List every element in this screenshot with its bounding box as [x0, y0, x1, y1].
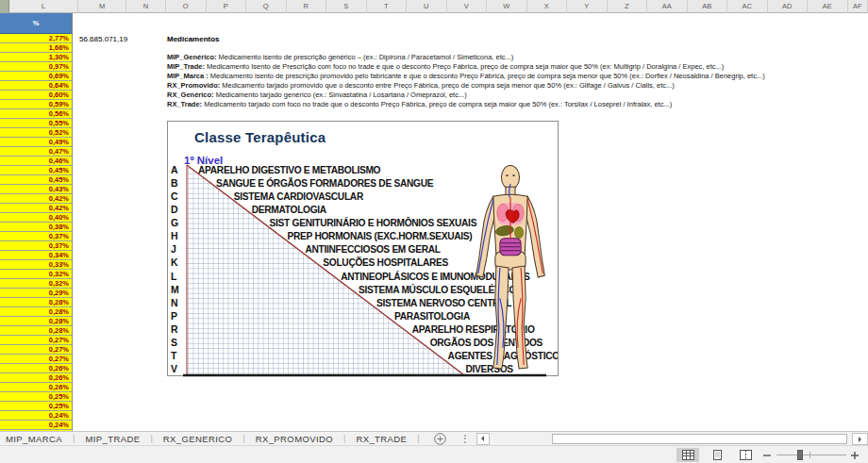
percent-cell[interactable]: 0,28%: [0, 307, 72, 317]
percent-cell[interactable]: 0,29%: [0, 289, 72, 298]
class-code-M: M: [171, 284, 179, 295]
percent-cell[interactable]: 0,97%: [0, 62, 72, 72]
percent-cell[interactable]: 0,46%: [0, 157, 72, 166]
percent-cell[interactable]: 0,25%: [0, 402, 72, 411]
column-header[interactable]: O: [166, 0, 207, 13]
percent-cell[interactable]: 0,34%: [0, 251, 72, 260]
percent-cell[interactable]: 0,27%: [0, 345, 72, 355]
percent-cell[interactable]: 0,25%: [0, 392, 72, 402]
percent-cell[interactable]: 0,28%: [0, 298, 72, 307]
percent-cell[interactable]: 0,40%: [0, 213, 72, 223]
percent-cell[interactable]: 0,43%: [0, 185, 72, 194]
column-header[interactable]: AF: [848, 0, 868, 13]
sheet-tab[interactable]: MIP_MARCA: [0, 432, 72, 446]
percent-cell[interactable]: 0,52%: [0, 128, 72, 138]
percent-cell[interactable]: 0,49%: [0, 138, 72, 147]
percent-cell[interactable]: 0,45%: [0, 175, 72, 185]
column-header[interactable]: P: [207, 0, 247, 13]
percent-cell[interactable]: 0,37%: [0, 232, 72, 241]
hscroll-thumb[interactable]: [552, 434, 847, 444]
percent-cell[interactable]: 0,26%: [0, 364, 72, 373]
percent-cell[interactable]: 0,24%: [0, 421, 72, 430]
percent-cell[interactable]: 0,32%: [0, 270, 72, 279]
percent-cell[interactable]: 0,47%: [0, 147, 72, 157]
classe-terapeutica-image[interactable]: Classe Terapêutica 1º Nível AAPARELHO DI…: [167, 121, 559, 376]
partial-column-header[interactable]: [0, 0, 9, 13]
percent-cell[interactable]: 0,42%: [0, 194, 72, 204]
zoom-out-button[interactable]: [760, 448, 774, 462]
column-header[interactable]: V: [447, 0, 488, 13]
zoom-slider-handle[interactable]: [797, 450, 803, 460]
percent-cell[interactable]: 0,42%: [0, 204, 72, 213]
definition-cell[interactable]: RX_Trade: Medicamento tarjado com foco n…: [167, 100, 865, 109]
column-header[interactable]: T: [367, 0, 408, 13]
column-header[interactable]: AD: [768, 0, 809, 13]
percent-cell[interactable]: 0,59%: [0, 100, 72, 109]
sheet-tab[interactable]: RX_TRADE: [346, 432, 416, 446]
percent-cell[interactable]: 0,28%: [0, 326, 72, 336]
percent-cell[interactable]: 0,33%: [0, 260, 72, 270]
normal-view-button[interactable]: [676, 448, 699, 462]
percent-cell[interactable]: 0,27%: [0, 355, 72, 364]
column-header[interactable]: R: [287, 0, 327, 13]
column-header[interactable]: W: [487, 0, 527, 13]
circled-plus-icon: [434, 433, 446, 445]
definition-cell[interactable]: MIP_Trade: Medicamento Isento de Prescri…: [167, 62, 865, 72]
sheet-tab[interactable]: RX_GENERICO: [154, 432, 242, 446]
percent-cell[interactable]: 0,38%: [0, 223, 72, 232]
percent-cell[interactable]: 0,56%: [0, 109, 72, 119]
page-layout-view-button[interactable]: [706, 448, 728, 462]
sheet-tab-bar: MIP_MARCA MIP_TRADE RX_GENERICO RX_PROMO…: [0, 431, 868, 445]
percent-cell[interactable]: 1,66%: [0, 43, 72, 53]
column-header[interactable]: Z: [608, 0, 648, 13]
definition-cell[interactable]: RX_Genérico: Medicamento tarjado genéric…: [167, 91, 865, 100]
definition-cell[interactable]: MIP_Genérico: Medicamento isento de pres…: [167, 53, 865, 62]
column-header[interactable]: AE: [808, 0, 848, 13]
percent-cell[interactable]: 0,60%: [0, 91, 72, 100]
percent-cell[interactable]: 0,24%: [0, 411, 72, 421]
column-header[interactable]: L: [9, 0, 78, 13]
percent-cell[interactable]: 1,30%: [0, 53, 72, 62]
percent-cell[interactable]: 0,64%: [0, 81, 72, 91]
new-sheet-button[interactable]: [434, 432, 447, 445]
percent-cell[interactable]: 0,55%: [0, 119, 72, 128]
minus-icon: [763, 452, 771, 459]
class-label: PARASITOLOGIA: [394, 311, 471, 322]
column-header[interactable]: Q: [246, 0, 287, 13]
total-value-cell[interactable]: 56.685.071,19: [79, 35, 127, 43]
percent-cell[interactable]: 0,26%: [0, 383, 72, 392]
column-header[interactable]: M: [78, 0, 126, 13]
page-break-view-button[interactable]: [734, 448, 757, 462]
percent-cell[interactable]: 0,26%: [0, 373, 72, 383]
sheet-tab[interactable]: RX_PROMOVIDO: [246, 432, 342, 446]
hscroll-left-arrow[interactable]: [476, 433, 490, 445]
tab-options-dots-icon[interactable]: [464, 433, 467, 444]
column-header[interactable]: AC: [727, 0, 768, 13]
percent-cell[interactable]: 0,69%: [0, 72, 72, 81]
percent-cell[interactable]: 0,32%: [0, 279, 72, 289]
normal-view-icon: [682, 450, 694, 460]
definition-cell[interactable]: RX_Promovido: Medicamento tarjado promov…: [167, 81, 865, 91]
zoom-in-button[interactable]: [848, 448, 861, 462]
column-header[interactable]: X: [527, 0, 568, 13]
zoom-slider-track[interactable]: [776, 455, 846, 455]
percent-cell[interactable]: 0,28%: [0, 317, 72, 326]
column-header[interactable]: N: [126, 0, 166, 13]
hscroll-right-arrow[interactable]: [852, 433, 868, 445]
percent-cell[interactable]: 0,27%: [0, 336, 72, 345]
medicamentos-title-cell[interactable]: Medicamentos: [167, 35, 220, 43]
definition-cell[interactable]: MIP_Marca : Medicamento isento de prescr…: [167, 72, 865, 81]
column-header[interactable]: S: [326, 0, 367, 13]
column-header[interactable]: AA: [647, 0, 688, 13]
percent-cell[interactable]: 0,37%: [0, 241, 72, 251]
column-header[interactable]: AB: [688, 0, 728, 13]
column-header[interactable]: Y: [567, 0, 608, 13]
sheet-tab[interactable]: MIP_TRADE: [75, 432, 149, 446]
percent-cell[interactable]: 2,77%: [0, 34, 72, 43]
percent-cell[interactable]: 0,45%: [0, 166, 72, 175]
definition-term: RX_Trade:: [167, 100, 202, 108]
column-header[interactable]: U: [407, 0, 447, 13]
zoom-slider-center-tick: [810, 452, 810, 458]
class-code-P: P: [171, 310, 177, 322]
representatividade-header-cell[interactable]: % Representatividade: [0, 13, 73, 34]
